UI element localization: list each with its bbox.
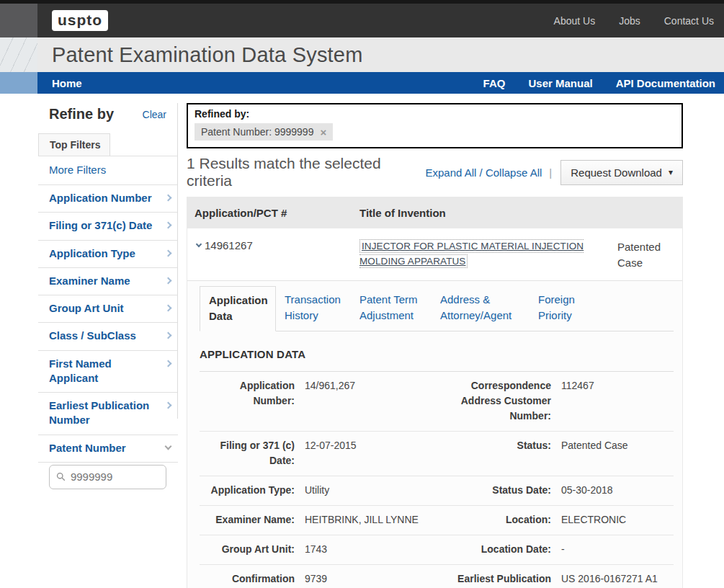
field-value: 14/961,267 (305, 378, 432, 424)
jobs-link[interactable]: Jobs (619, 15, 640, 27)
refined-by-label: Refined by: (195, 108, 675, 120)
field-row: Application Type: Utility Status Date: 0… (200, 476, 674, 506)
nav-user-manual-link[interactable]: User Manual (528, 77, 592, 89)
field-row: Confirmation Number: 9739 Earliest Publi… (200, 565, 674, 588)
request-download-button[interactable]: Request Download ▾ (560, 160, 683, 185)
chevron-down-icon: ▾ (669, 167, 673, 177)
filter-item[interactable]: Filing or 371(c) Date (38, 213, 178, 240)
filter-list: Application Number Filing or 371(c) Date… (38, 185, 178, 463)
field-value: Patented Case (561, 438, 674, 468)
masthead: Patent Examination Data System (0, 37, 724, 72)
content-area: Refine by Clear Top Filters More Filters… (0, 94, 724, 588)
field-value: 1743 (305, 542, 432, 557)
topbar-links: About Us Jobs Contact Us (554, 15, 714, 27)
expand-all-link[interactable]: Expand All (426, 166, 477, 179)
field-label: Status Date: (442, 483, 551, 498)
detail-tab[interactable]: Address & Attorney/Agent (432, 286, 529, 331)
detail-tab[interactable]: Patent Term Adjustment (351, 286, 432, 331)
application-detail-panel: Application Data Transaction History Pat… (187, 281, 682, 588)
filter-item[interactable]: Application Type (38, 241, 178, 268)
filter-item-label: Application Type (49, 246, 157, 261)
refined-by-box: Refined by: Patent Number: 9999999 × (187, 103, 683, 148)
field-label: Location Date: (442, 542, 551, 557)
field-row: Group Art Unit: 1743 Location Date: - (200, 535, 674, 565)
field-value: 12-07-2015 (305, 438, 432, 468)
results-bar: 1 Results match the selected criteria Ex… (187, 155, 683, 190)
filter-item[interactable]: Earliest Publication Number (38, 393, 178, 435)
chevron-right-icon (165, 222, 172, 229)
tab-top-filters[interactable]: Top Filters (38, 133, 110, 156)
field-row: Examiner Name: HEITBRINK, JILL LYNNE Loc… (200, 506, 674, 535)
filter-chip-label: Patent Number: 9999999 (201, 126, 313, 138)
contact-us-link[interactable]: Contact Us (664, 15, 714, 27)
page-title: Patent Examination Data System (0, 43, 363, 67)
refine-by-title: Refine by (49, 106, 114, 122)
patent-number-search-input[interactable] (71, 471, 159, 483)
chevron-right-icon (165, 277, 172, 284)
results-summary: 1 Results match the selected criteria (187, 155, 426, 190)
patent-number-search-box[interactable] (49, 465, 166, 489)
filter-item[interactable]: First Named Applicant (38, 351, 178, 393)
column-application-pct: Application/PCT # (195, 207, 359, 219)
chevron-right-icon (165, 332, 172, 339)
nav-home-link[interactable]: Home (52, 77, 82, 89)
application-number-cell: 14961267 (205, 239, 253, 251)
filter-item[interactable]: Examiner Name (38, 268, 178, 295)
search-icon (56, 471, 66, 482)
filter-item[interactable]: Class / SubClass (38, 323, 178, 350)
filter-item[interactable]: Patent Number (38, 435, 178, 463)
chevron-right-icon (165, 402, 172, 409)
invention-title-link[interactable]: INJECTOR FOR PLASTIC MATERIAL INJECTION … (359, 239, 584, 268)
results-table-header: Application/PCT # Title of Invention (187, 197, 682, 228)
field-label: Correspondence Address Customer Number: (442, 378, 551, 424)
field-value: 9739 (305, 571, 432, 588)
results-main: Refined by: Patent Number: 9999999 × 1 R… (178, 94, 724, 588)
application-data-fields: Application Number: 14/961,267 Correspon… (200, 372, 674, 588)
decorative-strip-middle (0, 37, 37, 72)
top-bar: uspto About Us Jobs Contact Us (0, 4, 724, 37)
clear-filters-link[interactable]: Clear (143, 106, 166, 120)
detail-tab[interactable]: Transaction History (276, 286, 351, 331)
field-value: - (561, 542, 674, 557)
status-cell: Patented Case (617, 239, 675, 271)
nav-api-documentation-link[interactable]: API Documentation (616, 77, 715, 89)
decorative-strip-top (0, 4, 37, 37)
filter-item-label: Filing or 371(c) Date (49, 218, 157, 233)
field-label: Status: (442, 438, 551, 468)
chevron-right-icon (165, 305, 172, 312)
field-label: Earliest Publication No (PGPUB): (442, 571, 551, 588)
field-value: Utility (305, 483, 432, 498)
filter-chip[interactable]: Patent Number: 9999999 × (195, 123, 333, 141)
field-label: Application Number: (200, 378, 295, 424)
filter-item-label: Class / SubClass (49, 329, 157, 343)
detail-tab[interactable]: Foreign Priority (529, 286, 596, 331)
detail-tabs: Application Data Transaction History Pat… (200, 286, 674, 331)
uspto-logo[interactable]: uspto (52, 10, 108, 31)
request-download-label: Request Download (571, 166, 662, 179)
field-label: Filing or 371 (c) Date: (200, 438, 295, 468)
about-us-link[interactable]: About Us (554, 15, 596, 27)
slash-separator: / (476, 166, 486, 179)
field-value: HEITBRINK, JILL LYNNE (305, 512, 432, 527)
filter-item-label: Group Art Unit (49, 301, 157, 316)
field-value: ELECTRONIC (561, 512, 674, 527)
field-value: US 2016-0167271 A1 (561, 571, 674, 588)
collapse-row-icon[interactable] (196, 241, 202, 247)
field-label: Location: (442, 512, 551, 527)
filter-item[interactable]: Application Number (38, 185, 178, 213)
filter-item[interactable]: Group Art Unit (38, 295, 178, 323)
filter-item-label: Patent Number (49, 441, 157, 455)
nav-faq-link[interactable]: FAQ (483, 77, 506, 89)
decorative-strip-bottom (0, 72, 37, 94)
field-label: Examiner Name: (200, 512, 295, 527)
nav-bar: Home FAQ User Manual API Documentation (0, 72, 724, 94)
filter-item-label: First Named Applicant (49, 357, 157, 386)
field-row: Application Number: 14/961,267 Correspon… (200, 372, 674, 432)
detail-tab[interactable]: Application Data (200, 286, 276, 331)
application-data-heading: APPLICATION DATA (200, 348, 674, 372)
chevron-right-icon (165, 249, 172, 257)
collapse-all-link[interactable]: Collapse All (486, 166, 542, 179)
close-icon[interactable]: × (320, 127, 326, 138)
column-title-of-invention: Title of Invention (359, 207, 617, 219)
more-filters-link[interactable]: More Filters (38, 156, 178, 185)
